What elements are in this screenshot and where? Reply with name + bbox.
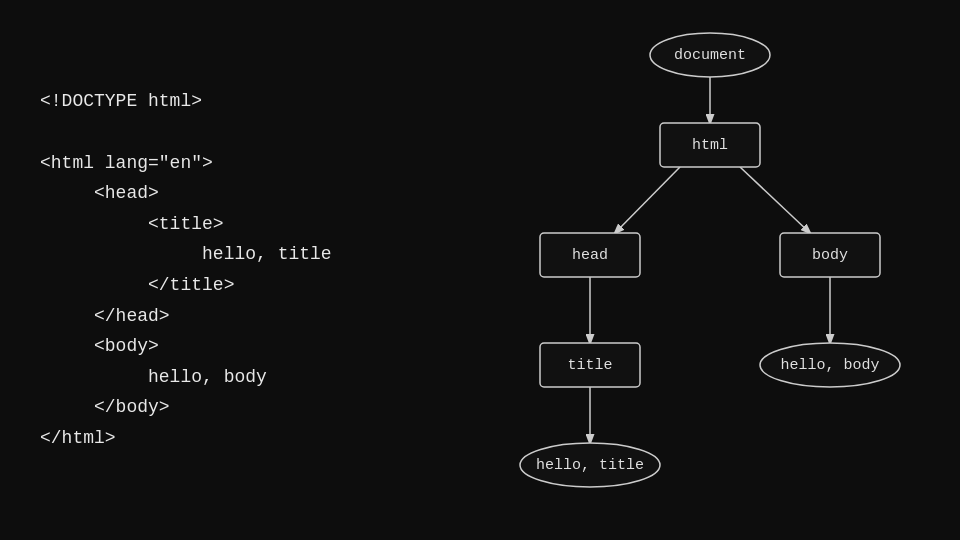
code-line: </html> bbox=[40, 423, 420, 454]
node-label-html: html bbox=[692, 137, 728, 154]
node-label-hellotitle: hello, title bbox=[536, 457, 644, 474]
tree-edge bbox=[740, 167, 810, 233]
tree-edge bbox=[615, 167, 680, 233]
node-label-document: document bbox=[674, 47, 746, 64]
tree-panel: documenthtmlheadbodytitlehello, bodyhell… bbox=[460, 0, 960, 540]
node-head: head bbox=[540, 233, 640, 277]
node-label-head: head bbox=[572, 247, 608, 264]
code-line: </title> bbox=[40, 270, 420, 301]
node-hellotitle: hello, title bbox=[520, 443, 660, 487]
dom-tree: documenthtmlheadbodytitlehello, bodyhell… bbox=[460, 0, 960, 540]
code-line: <html lang="en"> bbox=[40, 148, 420, 179]
code-line: hello, title bbox=[40, 239, 420, 270]
code-panel: <!DOCTYPE html> <html lang="en"> <head> … bbox=[0, 0, 460, 540]
node-label-body: body bbox=[812, 247, 848, 264]
node-label-hellobody: hello, body bbox=[780, 357, 879, 374]
code-line: hello, body bbox=[40, 362, 420, 393]
node-document: document bbox=[650, 33, 770, 77]
code-line: <!DOCTYPE html> bbox=[40, 86, 420, 117]
code-line: </body> bbox=[40, 392, 420, 423]
node-html: html bbox=[660, 123, 760, 167]
node-title: title bbox=[540, 343, 640, 387]
code-line: <title> bbox=[40, 209, 420, 240]
node-hellobody: hello, body bbox=[760, 343, 900, 387]
code-line: <head> bbox=[40, 178, 420, 209]
code-line bbox=[40, 117, 420, 148]
code-line: <body> bbox=[40, 331, 420, 362]
node-label-title: title bbox=[567, 357, 612, 374]
node-body: body bbox=[780, 233, 880, 277]
code-line: </head> bbox=[40, 301, 420, 332]
